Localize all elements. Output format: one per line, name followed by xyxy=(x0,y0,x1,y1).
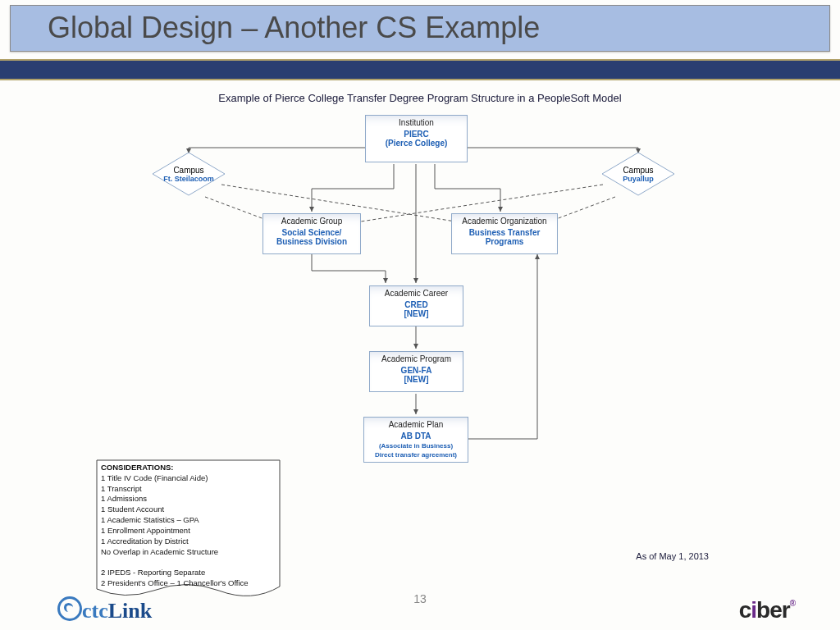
label: Academic Organization xyxy=(454,217,555,226)
value: (Associate in Business) xyxy=(379,442,453,450)
value: GEN-FA xyxy=(401,366,432,375)
diagram-subtitle: Example of Pierce College Transfer Degre… xyxy=(0,92,840,104)
as-of-date: As of May 1, 2013 xyxy=(636,551,709,561)
value: Business Division xyxy=(276,237,347,246)
box-academic-group: Academic Group Social Science/ Business … xyxy=(262,213,361,254)
value: Direct transfer agreement) xyxy=(375,451,457,459)
value: Social Science/ xyxy=(282,228,342,237)
label: Campus xyxy=(623,166,653,175)
value: Business Transfer xyxy=(469,228,541,237)
label: Academic Group xyxy=(265,217,358,226)
value: AB DTA xyxy=(400,431,431,441)
value: PIERC xyxy=(404,130,429,139)
header-band xyxy=(0,59,840,80)
label: Institution xyxy=(368,118,465,127)
box-academic-org: Academic Organization Business Transfer … xyxy=(451,213,558,254)
value: [NEW] xyxy=(404,309,429,318)
ctclink-logo: ctcctcLinkLink xyxy=(57,596,152,623)
label: Academic Program xyxy=(372,354,461,363)
value: Ft. Steilacoom xyxy=(163,175,214,183)
flowchart: Institution PIERC (Pierce College) Campu… xyxy=(90,107,746,533)
label: Academic Plan xyxy=(366,420,466,429)
swirl-icon xyxy=(57,596,82,621)
value: Puyallup xyxy=(623,175,654,183)
box-academic-program: Academic Program GEN-FA [NEW] xyxy=(369,351,463,392)
value: [NEW] xyxy=(404,375,429,384)
slide-title-bar: Global Design – Another CS Example xyxy=(10,5,830,52)
box-institution: Institution PIERC (Pierce College) xyxy=(365,115,468,162)
label: Campus xyxy=(173,166,203,175)
ciber-logo: ciber® xyxy=(739,597,795,623)
slide-title: Global Design – Another CS Example xyxy=(11,6,829,45)
diamond-campus-left: Campus Ft. Steilacoom xyxy=(152,152,226,196)
value: CRED xyxy=(404,300,427,309)
box-academic-career: Academic Career CRED [NEW] xyxy=(369,285,463,326)
slide-footer: 13 ctcctcLinkLink ciber® xyxy=(0,581,840,630)
diamond-campus-right: Campus Puyallup xyxy=(601,152,675,196)
box-academic-plan: Academic Plan AB DTA (Associate in Busin… xyxy=(363,417,468,463)
value: (Pierce College) xyxy=(386,139,448,148)
value: Programs xyxy=(486,237,524,246)
label: Academic Career xyxy=(372,289,461,298)
